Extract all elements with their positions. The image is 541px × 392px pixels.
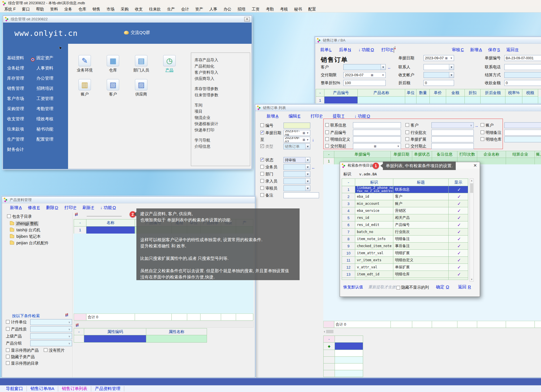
toolbar-button[interactable]: 编辑E [289,114,300,119]
settings-row[interactable]: 3 mio_account 账户 ✓ [342,200,468,207]
menu-item[interactable]: 工资 [248,7,263,12]
show-cell[interactable]: ✓ [449,186,468,193]
column-header[interactable]: 产品编号 [324,89,358,97]
detail-note-checkbox[interactable] [481,130,484,134]
include-sub-checkbox[interactable] [7,214,11,218]
column-header[interactable]: - [324,151,334,158]
sidebar-item[interactable]: 财务会计 [7,144,24,154]
account-filter-input[interactable] [504,122,541,128]
nav-link[interactable]: 车间 [191,102,250,108]
column-header[interactable]: - [74,328,84,335]
show-cell[interactable]: ✓ [449,236,468,243]
sidebar-item[interactable]: 销售管理 [7,83,24,93]
detail-note-input[interactable] [504,130,541,136]
menu-item[interactable]: 仓库 [75,7,89,12]
toolbar-button[interactable]: 新增A [267,114,278,119]
column-header[interactable]: 属性编码 [84,328,146,335]
hide-columns-checkbox[interactable] [396,286,400,289]
auditor-filter-checkbox[interactable] [260,186,264,190]
table-row[interactable]: ◆ [324,343,363,350]
table-row[interactable] [324,370,363,377]
sidebar-item[interactable]: 考勤管理 [36,104,53,114]
account-icon[interactable]: ▥ 账户 [73,79,97,97]
column-header[interactable]: 结算企业 [506,151,535,158]
close-icon[interactable]: ✕ [244,17,250,21]
sidebar-item[interactable]: 固定资产 [36,53,53,63]
vertical-scrollbar[interactable]: ▲ ▼ [470,178,474,282]
received-input[interactable]: 0 [504,80,541,86]
column-header[interactable]: 标识 [355,179,393,186]
show-cell[interactable]: ✓ [449,250,468,257]
nav-link[interactable]: 库存产品导入 [191,57,250,63]
date-from-input[interactable]: 2023-07-09▦▼ [283,130,310,136]
sales-order-titlebar[interactable]: 销售订单 / BA [315,37,541,44]
product-titlebar[interactable]: 产品资料管理 [2,197,255,203]
sidebar-item[interactable]: 工资管理 [36,93,53,104]
after-discount-input[interactable]: 0 [424,80,454,86]
nav-link[interactable]: 介绍信息 [191,143,250,149]
website-link[interactable]: www.onlyit.cn [14,29,78,38]
settings-row[interactable]: 2 eba_id 客户 ✓ [342,193,468,200]
menu-item[interactable]: 系统 F [1,7,19,12]
settings-row[interactable]: 11 vr_item_exts 明细自定义 ✓ [342,257,468,264]
account-checkbox[interactable] [481,123,484,127]
menu-item[interactable]: 人事 [206,7,220,12]
detail-custom-input[interactable] [353,136,401,142]
show-disabled-products-checkbox[interactable] [6,348,10,352]
show-cell[interactable]: ✓ [449,264,468,271]
settings-row[interactable]: 13 item_edt_id 明细仓库 ✓ [342,271,468,278]
parent-select[interactable]: ∨ [30,333,72,339]
action-button[interactable]: 审核C [452,47,464,53]
note-filter-checkbox[interactable] [260,193,264,197]
app-titlebar[interactable]: 综合管理 oit 20230822 - 本地-db\演示信息.mdb [0,0,541,6]
settings-row[interactable]: 5 res_id 相关产品 ✓ [342,214,468,221]
scroll-left-icon[interactable]: ‹ [324,330,325,334]
entry-filter-checkbox[interactable] [260,179,264,183]
column-header[interactable]: 打印次数 [457,151,477,158]
toolbar-button[interactable]: 打印P [381,47,393,53]
column-header[interactable]: 标题 [393,179,449,186]
deliver-from-input[interactable]: ▦▼ [353,143,401,149]
settings-row[interactable]: 8 item_note_info 明细备注 ✓ [342,236,468,243]
salesman-filter-checkbox[interactable] [260,165,264,169]
column-header[interactable]: 备注信息 [432,151,457,158]
printer-icon[interactable] [394,47,394,53]
status-input[interactable]: 待审核▼ [283,157,310,163]
table-row[interactable] [324,350,363,357]
column-header[interactable]: 产品名称 [358,89,405,97]
menu-item[interactable]: 办公 [220,7,234,12]
menu-item[interactable]: 招培 [234,7,248,12]
menu-item[interactable]: 收支 [132,7,146,12]
settings-row[interactable]: 4 eba_service 营销区 ✓ [342,207,468,214]
doc-ext-checkbox[interactable] [405,137,409,141]
column-header[interactable]: 单位 [405,89,416,97]
deadline-input[interactable]: 2023-09-07▦▼ [343,72,386,78]
nav-link[interactable]: 往来管理参数 [191,92,250,98]
tree-item[interactable]: ∨ taishiji 台式机 [4,227,72,233]
show-disabled-dirs-checkbox[interactable] [6,361,10,365]
no-filter-input[interactable] [283,123,310,129]
down-arrow-icon[interactable]: ↓ [312,137,314,142]
tree-item[interactable]: ∨ bijiben 笔记本 [4,233,72,240]
column-header[interactable]: 折扣 [465,89,481,97]
column-header[interactable]: 企业名称 [477,151,506,158]
more-button[interactable]: .. [312,165,315,169]
group-select[interactable]: ∨ [30,340,72,346]
show-cell[interactable]: ✓ [449,271,468,278]
menu-item[interactable]: 考勤 [263,7,277,12]
nature-checkbox[interactable] [6,327,10,331]
column-header[interactable]: 税额 [522,89,538,97]
table-row[interactable]: 1 [316,97,541,104]
tree-item[interactable]: ∨ peijian 台式机配件 [4,240,72,246]
toolbar-button[interactable]: 前单L [320,47,331,53]
settings-row[interactable]: 6 res_id_edit 产品编号 ✓ [342,221,468,228]
column-header[interactable]: 金额 [446,89,465,97]
contact-info-input[interactable] [353,122,401,128]
show-cell[interactable]: ✓ [449,214,468,221]
no-photo-checkbox[interactable] [44,348,47,352]
more-button[interactable]: .. [388,65,391,69]
settle-input[interactable] [504,72,541,78]
dept-input[interactable]: ▼ [283,171,310,177]
product-icon[interactable]: ◷ 产品 [157,55,182,73]
nav-link[interactable]: 快递模板设计 [191,121,250,127]
